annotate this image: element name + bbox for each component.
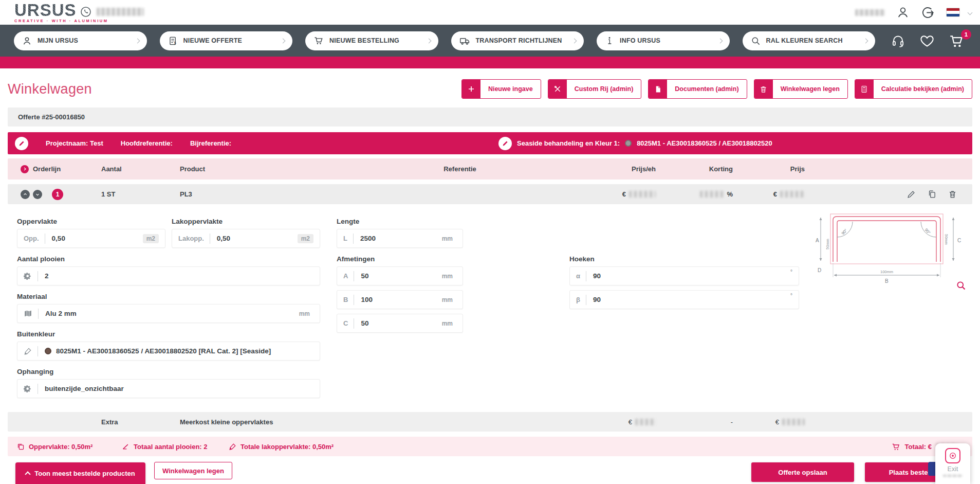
svg-text:B: B xyxy=(885,278,889,284)
delete-row-button[interactable] xyxy=(948,190,957,199)
nav-item-nieuwe-offerte[interactable]: $ NIEUWE OFFERTE xyxy=(160,31,293,50)
hoofdreferentie-label: Hoofdreferentie: xyxy=(121,139,173,147)
product-drawing: A 50mm C 50mm 90° 90° 100mm B D xyxy=(813,209,963,302)
lakoppervlakte-group: Lakoppervlakte Lakopp. 0,50 m2 xyxy=(172,218,320,248)
tools-icon xyxy=(548,79,567,99)
bijreferentie-label: Bijreferentie: xyxy=(190,139,231,147)
svg-text:D: D xyxy=(818,267,821,273)
materiaal-label: Materiaal xyxy=(17,293,320,301)
exit-overlay[interactable]: Exit xyxy=(935,443,970,484)
currency: € xyxy=(622,190,626,198)
nl-flag[interactable] xyxy=(946,8,960,17)
oppervlakte-label: Oppervlakte xyxy=(17,218,165,226)
col-product: Product xyxy=(180,165,324,173)
hoek-beta-input[interactable]: β 90 ° xyxy=(569,290,799,309)
afmeting-b-input[interactable]: B 100 mm xyxy=(337,290,463,309)
logout-icon[interactable] xyxy=(921,6,935,20)
orderlijn-arrow-icon xyxy=(21,165,29,173)
offerte-opslaan-button[interactable]: Offerte opslaan xyxy=(751,462,854,482)
lengte-input[interactable]: L 2500 mm xyxy=(337,229,463,248)
custom-rij-admin-button[interactable]: Custom Rij (admin) xyxy=(548,79,642,99)
col-referentie: Referentie xyxy=(324,165,596,173)
afmeting-a-input[interactable]: A 50 mm xyxy=(337,266,463,285)
calculatie-bekijken-admin-button[interactable]: Calculatie bekijken (admin) xyxy=(855,79,972,99)
user-icon[interactable] xyxy=(896,6,910,19)
username-blurred xyxy=(855,9,885,16)
brush-icon xyxy=(229,443,236,451)
user-icon xyxy=(22,36,32,46)
chevron-right-icon xyxy=(863,38,868,43)
calculator-icon xyxy=(855,79,874,99)
oppervlakte-input[interactable]: Opp. 0,50 m2 xyxy=(17,229,165,248)
color-swatch xyxy=(625,140,632,147)
chevron-right-icon xyxy=(135,38,140,43)
gear-icon xyxy=(24,385,32,393)
extra-prijs-blurred xyxy=(782,419,805,425)
cart-icon xyxy=(892,442,900,451)
truck-icon xyxy=(459,35,470,46)
aantal-plooien-input[interactable]: 2 xyxy=(17,266,320,285)
chevron-down-icon[interactable] xyxy=(968,10,973,15)
nav-item-mijn-ursus[interactable]: MIJN URSUS xyxy=(14,31,147,50)
summary-bar: Oppervlakte: 0,50m² Totaal aantal plooie… xyxy=(8,437,972,456)
currency: € xyxy=(773,190,777,198)
lengte-label: Lengte xyxy=(337,218,463,226)
nieuwe-ingave-button[interactable]: Nieuwe ingave xyxy=(461,79,541,99)
nav-item-nieuwe-bestelling[interactable]: NIEUWE BESTELLING xyxy=(305,31,438,50)
offerte-number-bar: Offerte #25-00016850 xyxy=(8,107,972,127)
cart-button[interactable]: 1 xyxy=(949,33,965,49)
product-config-form: Oppervlakte Opp. 0,50 m2 Lakoppervlakte … xyxy=(8,204,972,412)
documenten-admin-button[interactable]: Documenten (admin) xyxy=(648,79,747,99)
prijs-eh-blurred xyxy=(629,191,656,198)
project-bar: Projectnaam: Test Hoofdreferentie: Bijre… xyxy=(8,132,972,154)
edit-project-button[interactable] xyxy=(15,137,28,150)
cart-badge: 1 xyxy=(961,29,971,40)
col-prijs: Prijs xyxy=(745,165,817,173)
chevron-right-icon xyxy=(281,38,286,43)
toon-meest-bestelde-button[interactable]: Toon meest bestelde producten xyxy=(15,462,145,484)
lakoppervlakte-input[interactable]: Lakopp. 0,50 m2 xyxy=(172,229,320,248)
gear-icon xyxy=(24,272,32,280)
kleur-value: 8025M1 - AE30018360525 / AE30018802520 xyxy=(637,139,772,147)
lakoppervlakte-label: Lakoppervlakte xyxy=(172,218,320,226)
record-icon xyxy=(945,448,960,463)
summary-oppervlakte: Oppervlakte: 0,50m² xyxy=(29,443,93,451)
info-icon xyxy=(605,36,614,45)
buitenkleur-label: Buitenkleur xyxy=(17,330,320,338)
svg-text:$: $ xyxy=(174,41,176,45)
headset-icon[interactable] xyxy=(891,33,905,48)
move-row-up-button[interactable] xyxy=(21,190,30,199)
svg-text:50mm: 50mm xyxy=(825,239,830,249)
buitenkleur-swatch xyxy=(45,348,51,354)
svg-text:50mm: 50mm xyxy=(944,234,949,245)
nav-item-info-ursus[interactable]: INFO URSUS xyxy=(597,31,730,50)
materiaal-select[interactable]: Alu 2 mm mm xyxy=(17,304,320,323)
prijs-blurred xyxy=(780,191,805,198)
nav-item-transport-richtlijnen[interactable]: TRANSPORT RICHTLIJNEN xyxy=(451,31,584,50)
svg-text:100mm: 100mm xyxy=(880,270,893,274)
brush-icon xyxy=(24,347,32,355)
hoek-alpha-input[interactable]: α 90 ° xyxy=(569,266,799,285)
edit-seaside-button[interactable] xyxy=(498,137,512,150)
line-number-badge: 1 xyxy=(52,189,63,200)
zoom-drawing-button[interactable] xyxy=(956,280,966,291)
order-row: 1 1 ST PL3 € % € xyxy=(8,184,972,204)
whatsapp-icon[interactable] xyxy=(80,6,92,18)
duplicate-row-button[interactable] xyxy=(928,190,936,199)
winkelwagen-legen-button[interactable]: Winkelwagen legen xyxy=(754,79,848,99)
row-aantal: 1 ST xyxy=(101,190,180,198)
ophanging-select[interactable]: buitenzijde_onzichtbaar xyxy=(17,379,320,398)
winkelwagen-legen-footer-button[interactable]: Winkelwagen legen xyxy=(154,462,232,479)
afmeting-c-input[interactable]: C 50 mm xyxy=(337,314,463,333)
document-icon xyxy=(649,79,667,99)
heart-icon[interactable] xyxy=(919,33,935,48)
afmetingen-label: Afmetingen xyxy=(337,255,463,263)
phone-number-blurred xyxy=(97,8,144,16)
move-row-down-button[interactable] xyxy=(33,190,42,199)
row-product: PL3 xyxy=(180,190,324,198)
buitenkleur-select[interactable]: 8025M1 - AE30018360525 / AE30018802520 [… xyxy=(17,342,320,361)
korting-blurred xyxy=(700,191,724,198)
currency: € xyxy=(628,418,632,426)
edit-row-button[interactable] xyxy=(907,190,916,199)
nav-item-ral-kleuren-search[interactable]: RAL KLEUREN SEARCH xyxy=(743,31,876,50)
